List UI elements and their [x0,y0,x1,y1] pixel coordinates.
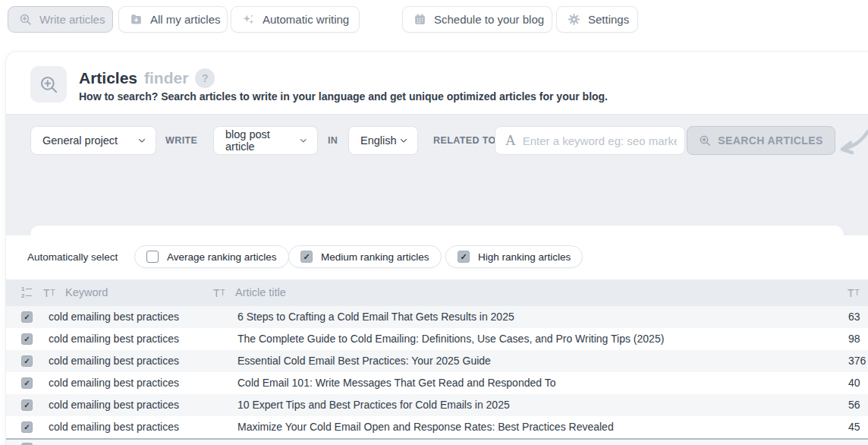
folder-download-icon [130,13,143,26]
row-title: The Complete Guide to Cold Emailing: Def… [237,328,664,350]
gear-icon [568,13,580,26]
in-label: IN [328,126,338,155]
write-label: WRITE [165,126,197,155]
tab-label: Schedule to your blog [434,13,544,26]
tab-label: Automatic writing [263,13,349,26]
checkbox-label: High ranking articles [478,251,571,263]
search-articles-button[interactable]: SEARCH ARTICLES [687,126,835,155]
language-value: English [360,134,397,147]
check-icon: ✓ [460,253,467,261]
checkbox-average-ranking[interactable]: Average ranking articles [134,245,289,268]
row-metric: 98 [848,328,860,350]
checkbox-unchecked[interactable] [146,251,159,263]
column-header-article-title[interactable]: Article title [235,279,286,306]
keyword-input-wrap: A [495,126,685,155]
articles-finder-panel: Articles finder ? How to search? Search … [6,52,868,445]
text-type-icon: TT [213,279,225,306]
column-header-keyword[interactable]: Keyword [65,279,108,306]
tab-label: Write articles [39,13,105,26]
table-row[interactable]: ✓ cold emailing best practices 10 Expert… [6,394,868,416]
table-row-partial[interactable] [6,438,868,445]
sort-order-icon[interactable]: 1 2 [21,286,35,300]
check-icon: ✓ [24,401,30,409]
row-checkbox[interactable]: ✓ [21,355,33,367]
tab-all-my-articles[interactable]: All my articles [118,6,228,33]
checkbox-medium-ranking[interactable]: ✓ Medium ranking articles [288,245,442,268]
row-title: Maximize Your Cold Email Open and Respon… [237,416,614,438]
calendar-icon [414,13,426,26]
row-checkbox[interactable]: ✓ [21,311,33,323]
text-a-icon: A [505,132,516,149]
tab-schedule-to-blog[interactable]: Schedule to your blog [402,6,552,33]
sparkle-icon [242,13,255,26]
article-type-select[interactable]: blog post article [213,126,318,155]
row-checkbox[interactable]: ✓ [21,333,33,345]
tab-settings[interactable]: Settings [556,6,638,33]
row-keyword: cold emailing best practices [49,328,179,350]
text-type-icon: TT [848,279,860,306]
row-metric: 63 [848,306,860,328]
table-row[interactable]: ✓ cold emailing best practices Cold Emai… [6,372,868,394]
check-icon: ✓ [24,313,30,321]
curved-arrow-icon [836,126,868,163]
check-icon: ✓ [24,357,30,365]
auto-select-label: Automatically select [27,235,118,279]
magnifier-plus-icon [699,134,711,147]
check-icon: ✓ [24,335,30,343]
row-title: 10 Expert Tips and Best Practices for Co… [237,394,510,416]
check-icon: ✓ [24,423,30,431]
row-keyword: cold emailing best practices [49,306,179,328]
table-header: 1 2 TT Keyword TT Article title TT [6,279,868,306]
row-metric: 376 [848,350,866,372]
row-title: Cold Email 101: Write Messages That Get … [237,372,555,394]
auto-select-section: Automatically select Average ranking art… [6,235,868,279]
sort-digit: 1 [21,286,24,292]
row-checkbox[interactable]: ✓ [21,421,33,433]
row-title: 6 Steps to Crafting a Cold Email That Ge… [237,306,514,328]
row-keyword: cold emailing best practices [49,416,179,438]
row-keyword: cold emailing best practices [49,350,179,372]
app-window: Write articles All my articles Automatic… [0,0,868,445]
keyword-input[interactable] [523,134,677,147]
row-keyword: cold emailing best practices [49,394,179,416]
checkbox-checked[interactable]: ✓ [300,251,313,263]
tab-label: Settings [588,13,629,26]
tab-label: All my articles [150,13,221,26]
table-row[interactable]: ✓ cold emailing best practices The Compl… [6,328,868,350]
check-icon: ✓ [303,253,310,261]
project-select[interactable]: General project [30,126,156,155]
tab-automatic-writing[interactable]: Automatic writing [231,6,360,33]
row-keyword: cold emailing best practices [49,372,179,394]
row-checkbox[interactable]: ✓ [21,399,33,411]
checkbox-label: Average ranking articles [167,251,277,263]
checkbox-label: Medium ranking articles [321,251,429,263]
row-metric: 45 [848,416,860,438]
checkbox-checked[interactable]: ✓ [458,251,470,263]
language-select[interactable]: English [348,126,418,155]
table-row[interactable]: ✓ cold emailing best practices Essential… [6,350,868,372]
search-button-label: SEARCH ARTICLES [718,134,823,147]
row-metric: 56 [848,394,860,416]
tab-write-articles[interactable]: Write articles [8,6,113,33]
page-title: Articles [79,69,137,87]
row-title: Essential Cold Email Best Practices: You… [237,350,491,372]
sort-digit: 2 [21,292,24,299]
page-title-secondary: finder [144,69,188,87]
check-icon: ✓ [24,379,30,387]
table-row[interactable]: ✓ cold emailing best practices 6 Steps t… [6,306,868,328]
magnifier-plus-icon [19,13,32,26]
row-metric: 40 [848,372,860,394]
search-section: General project WRITE blog post article … [6,114,868,235]
chevron-down-icon [299,136,308,145]
checkbox-high-ranking[interactable]: ✓ High ranking articles [445,245,583,268]
finder-subtitle: How to search? Search articles to write … [79,90,608,103]
finder-magnifier-icon [30,66,67,103]
article-type-value: blog post article [225,128,299,153]
row-checkbox[interactable]: ✓ [21,377,33,389]
text-type-icon: TT [43,279,55,306]
help-icon[interactable]: ? [195,68,215,88]
related-to-label: RELATED TO [433,126,496,155]
chevron-down-icon [137,136,146,145]
table-row[interactable]: ✓ cold emailing best practices Maximize … [6,416,868,438]
project-select-value: General project [42,134,118,147]
